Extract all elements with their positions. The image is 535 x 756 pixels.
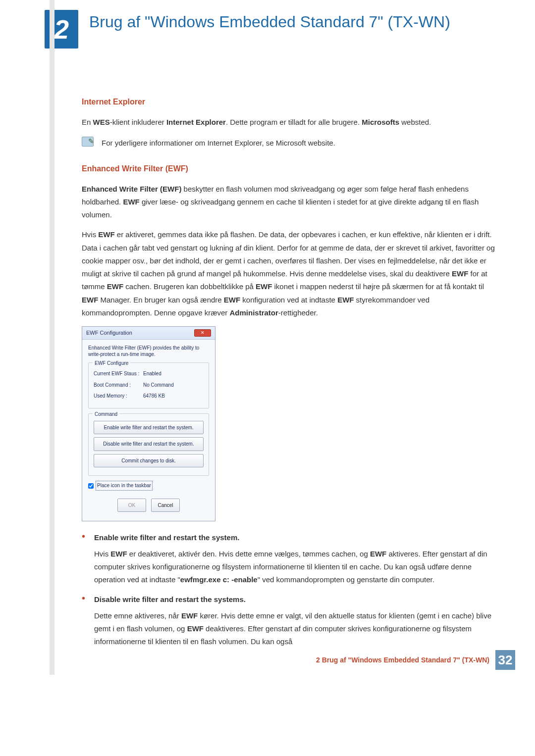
ewf-paragraph-2: Hvis EWF er aktiveret, gemmes data ikke … bbox=[82, 228, 495, 319]
dialog-footer: OK Cancel bbox=[88, 496, 209, 515]
close-icon[interactable]: ✕ bbox=[194, 329, 211, 337]
text: Hvis bbox=[82, 230, 98, 239]
text-bold: Enhanced Write Filter (EWF) bbox=[82, 185, 181, 193]
bullet-text: Dette emne aktiveres, når EWF kører. Hvi… bbox=[94, 609, 495, 649]
boot-value: No Command bbox=[143, 381, 174, 390]
status-row: Current EWF Staus : Enabled bbox=[94, 369, 204, 378]
ewf-dialog: EWF Configuration ✕ Enhanced Write Filte… bbox=[82, 326, 215, 521]
dialog-body: Enhanced Write Filter (EWF) provides the… bbox=[82, 340, 215, 521]
text: giver læse- og skriveadgang gennem en ca… bbox=[82, 198, 479, 219]
dialog-title: EWF Configuration bbox=[86, 328, 132, 338]
boot-label: Boot Command : bbox=[94, 381, 143, 390]
text-bold: EWF bbox=[337, 296, 354, 304]
text: Hvis bbox=[94, 550, 110, 558]
note-block: For yderligere informationer om Internet… bbox=[82, 137, 495, 150]
text: cachen. Brugeren kan dobbeltklikke på bbox=[123, 282, 256, 291]
text-bold: EWF bbox=[370, 550, 386, 558]
heading-internet-explorer: Internet Explorer bbox=[82, 95, 495, 109]
page-title: Brug af "Windows Embedded Standard 7" (T… bbox=[89, 10, 450, 33]
text: websted. bbox=[399, 118, 431, 126]
text: En bbox=[82, 118, 93, 126]
memory-row: Used Memory : 64786 KB bbox=[94, 392, 204, 401]
bullet-title: Disable write filter and restart the sys… bbox=[94, 593, 495, 606]
text-bold: EWF bbox=[452, 269, 468, 278]
ewf-paragraph-1: Enhanced Write Filter (EWF) beskytter en… bbox=[82, 183, 495, 222]
memory-label: Used Memory : bbox=[94, 392, 143, 401]
text-bold: EWF bbox=[224, 296, 240, 304]
dialog-description: Enhanced Write Filter (EWF) provides the… bbox=[88, 345, 209, 357]
enable-button[interactable]: Enable write filter and restart the syst… bbox=[94, 421, 204, 435]
ewf-option-list: • Enable write filter and restart the sy… bbox=[82, 531, 495, 648]
ok-button[interactable]: OK bbox=[117, 499, 146, 512]
text-bold: EWF bbox=[98, 230, 114, 239]
status-label: Current EWF Staus : bbox=[94, 369, 143, 378]
group-legend: EWF Configure bbox=[93, 359, 130, 368]
taskbar-checkbox-label: Place icon in the taskbar bbox=[96, 481, 153, 491]
text-bold: EWF bbox=[181, 611, 198, 620]
bullet-title: Enable write filter and restart the syst… bbox=[94, 531, 495, 544]
footer-text: 2 Brug af "Windows Embedded Standard 7" … bbox=[316, 656, 489, 664]
taskbar-checkbox-row: Place icon in the taskbar bbox=[88, 481, 209, 491]
boot-row: Boot Command : No Command bbox=[94, 381, 204, 390]
heading-ewf: Enhanced Write Filter (EWF) bbox=[82, 162, 495, 176]
text: -rettigheder. bbox=[278, 308, 318, 317]
page-content: Internet Explorer En WES-klient inkluder… bbox=[0, 53, 535, 675]
text: konfiguration ved at indtaste bbox=[240, 296, 337, 304]
group-legend: Command bbox=[93, 410, 119, 419]
text: Manager. En bruger kan også ændre bbox=[98, 296, 224, 304]
text-bold: WES bbox=[93, 118, 110, 126]
text-bold: EWF bbox=[107, 282, 123, 291]
text-bold: EWF bbox=[82, 296, 98, 304]
text-bold: EWF bbox=[187, 624, 204, 633]
text-bold: Administrator bbox=[230, 308, 278, 317]
ie-paragraph: En WES-klient inkluderer Internet Explor… bbox=[82, 116, 495, 129]
memory-value: 64786 KB bbox=[143, 392, 165, 401]
text: -klient inkluderer bbox=[110, 118, 166, 126]
note-text: For yderligere informationer om Internet… bbox=[102, 137, 335, 150]
list-item: • Enable write filter and restart the sy… bbox=[82, 531, 495, 586]
command-group: Command Enable write filter and restart … bbox=[88, 413, 209, 476]
status-value: Enabled bbox=[143, 369, 161, 378]
bullet-text: Hvis EWF er deaktiveret, aktivér den. Hv… bbox=[94, 548, 495, 587]
taskbar-checkbox[interactable] bbox=[88, 483, 94, 489]
commit-button[interactable]: Commit changes to disk. bbox=[94, 454, 204, 468]
bullet-icon: • bbox=[82, 593, 85, 648]
cancel-button[interactable]: Cancel bbox=[151, 499, 180, 512]
bullet-icon: • bbox=[82, 531, 85, 586]
dialog-titlebar: EWF Configuration ✕ bbox=[82, 327, 215, 340]
text: ikonet i mappen nederst til højre på skæ… bbox=[272, 282, 484, 291]
left-margin-bar bbox=[50, 0, 54, 675]
text: . Dette program er tilladt for alle brug… bbox=[226, 118, 362, 126]
page-footer: 2 Brug af "Windows Embedded Standard 7" … bbox=[316, 650, 515, 670]
text-bold: EWF bbox=[256, 282, 272, 291]
text: er aktiveret, gemmes data ikke på flashe… bbox=[82, 230, 495, 278]
text-bold: EWF bbox=[110, 550, 127, 558]
text-bold: EWF bbox=[123, 198, 139, 206]
note-icon bbox=[82, 137, 94, 147]
disable-button[interactable]: Disable write filter and restart the sys… bbox=[94, 437, 204, 451]
text-bold: Internet Explorer bbox=[166, 118, 226, 126]
page-header: 2 Brug af "Windows Embedded Standard 7" … bbox=[0, 0, 535, 53]
page-number: 32 bbox=[495, 650, 515, 670]
text: " ved kommandoprompten og genstarte din … bbox=[258, 575, 434, 584]
text-bold: Microsofts bbox=[362, 118, 399, 126]
text-bold: ewfmgr.exe c: -enable bbox=[180, 575, 258, 584]
list-item: • Disable write filter and restart the s… bbox=[82, 593, 495, 648]
text: Dette emne aktiveres, når bbox=[94, 611, 181, 620]
ewf-configure-group: EWF Configure Current EWF Staus : Enable… bbox=[88, 362, 209, 408]
text: er deaktiveret, aktivér den. Hvis dette … bbox=[127, 550, 370, 558]
